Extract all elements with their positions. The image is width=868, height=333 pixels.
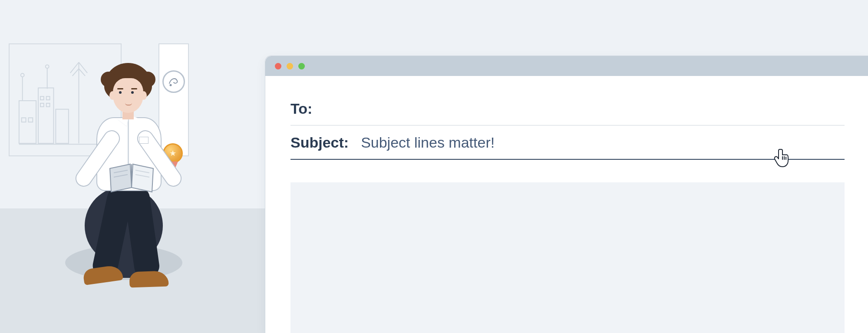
svg-point-6 <box>46 65 49 68</box>
to-row[interactable]: To: <box>290 92 845 125</box>
subject-label: Subject: <box>290 134 349 151</box>
compose-window: To: Subject: Subject lines matter! <box>265 56 868 333</box>
compose-fields: To: Subject: Subject lines matter! <box>265 76 868 160</box>
subject-input[interactable]: Subject lines matter! <box>361 134 845 151</box>
window-titlebar <box>265 56 868 76</box>
close-icon[interactable] <box>275 63 281 69</box>
svg-rect-13 <box>46 103 50 107</box>
svg-rect-11 <box>46 96 50 100</box>
svg-rect-10 <box>40 96 44 100</box>
svg-rect-9 <box>28 118 33 122</box>
name-badge <box>139 137 149 144</box>
person-illustration <box>74 63 178 267</box>
minimize-icon[interactable] <box>287 63 293 69</box>
hand-pointer-icon <box>773 147 792 168</box>
svg-rect-8 <box>22 118 26 122</box>
zoom-icon[interactable] <box>298 63 305 69</box>
open-book-icon <box>108 161 155 195</box>
svg-point-4 <box>21 73 24 77</box>
subject-row[interactable]: Subject: Subject lines matter! <box>290 125 845 160</box>
to-label: To: <box>290 100 312 117</box>
compose-body[interactable] <box>290 182 845 333</box>
svg-rect-12 <box>40 103 44 107</box>
svg-rect-2 <box>56 109 68 144</box>
